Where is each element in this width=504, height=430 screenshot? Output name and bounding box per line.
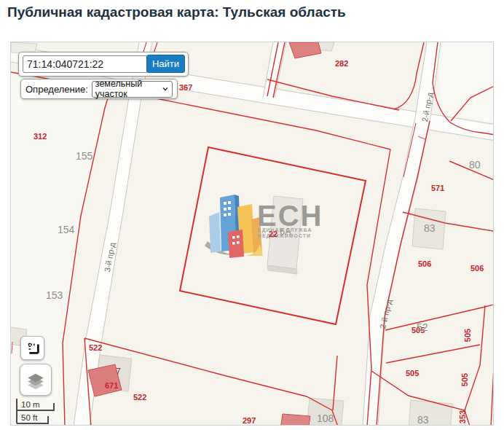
address-number-label: 7 xyxy=(116,367,121,376)
parcel-number-label: 367 xyxy=(179,84,192,92)
address-number-label: 83 xyxy=(417,415,429,425)
address-number-label: 154 xyxy=(58,224,74,235)
layers-button[interactable] xyxy=(20,364,52,396)
definition-select[interactable]: земельный участок xyxy=(92,81,173,98)
definition-panel: Определение: земельный участок xyxy=(20,79,178,99)
address-number-label: 6А xyxy=(280,227,291,236)
definition-selected-value: земельный участок xyxy=(95,79,162,99)
search-input[interactable] xyxy=(23,55,148,73)
layers-icon xyxy=(25,369,47,391)
parcel-number-label: 505 xyxy=(464,329,472,342)
parcel-number-label: 522 xyxy=(89,344,102,352)
parcel-number-label: 571 xyxy=(431,184,444,192)
parcel-number-label: 671 xyxy=(105,382,118,390)
scale-bar: 10 m 50 ft xyxy=(16,397,74,426)
search-panel: Найти xyxy=(18,52,189,77)
address-number-label: 83 xyxy=(424,223,436,233)
address-number-label: 80 xyxy=(469,160,481,170)
chevron-down-icon xyxy=(162,85,169,93)
parcel-number-label: 353 xyxy=(459,410,467,423)
map-canvas: ЕСН ЕДИНАЯ СЛУЖБА НЕДВИЖИМОСТИ xyxy=(11,42,494,426)
address-number-label: 153 xyxy=(46,290,63,300)
parcel-number-label: 22 xyxy=(269,230,277,238)
address-number-label: 52 xyxy=(417,322,428,332)
parcel-number-label: 506 xyxy=(470,265,484,273)
address-number-label: 155 xyxy=(76,151,92,161)
find-button[interactable]: Найти xyxy=(146,55,185,73)
scale-metric: 10 m xyxy=(21,400,40,409)
cadastral-map[interactable]: ЕСН ЕДИНАЯ СЛУЖБА НЕДВИЖИМОСТИ 367312282… xyxy=(10,42,494,426)
parcel-number-label: 297 xyxy=(243,417,256,425)
parcel-number-label: 505 xyxy=(406,370,419,378)
parcel-number-label: 505 xyxy=(461,373,469,386)
measure-button[interactable] xyxy=(20,336,44,360)
measure-area-icon xyxy=(25,340,41,356)
parcel-number-label: 282 xyxy=(335,60,348,68)
definition-label: Определение: xyxy=(25,84,88,95)
address-number-label: 108 xyxy=(317,413,334,423)
scale-imperial: 50 ft xyxy=(21,413,37,422)
parcel-number-label: 312 xyxy=(34,133,47,141)
parcel-number-label: 506 xyxy=(418,260,431,268)
page-title: Публичная кадастровая карта: Тульская об… xyxy=(7,4,346,20)
parcel-number-label: 522 xyxy=(133,394,146,402)
